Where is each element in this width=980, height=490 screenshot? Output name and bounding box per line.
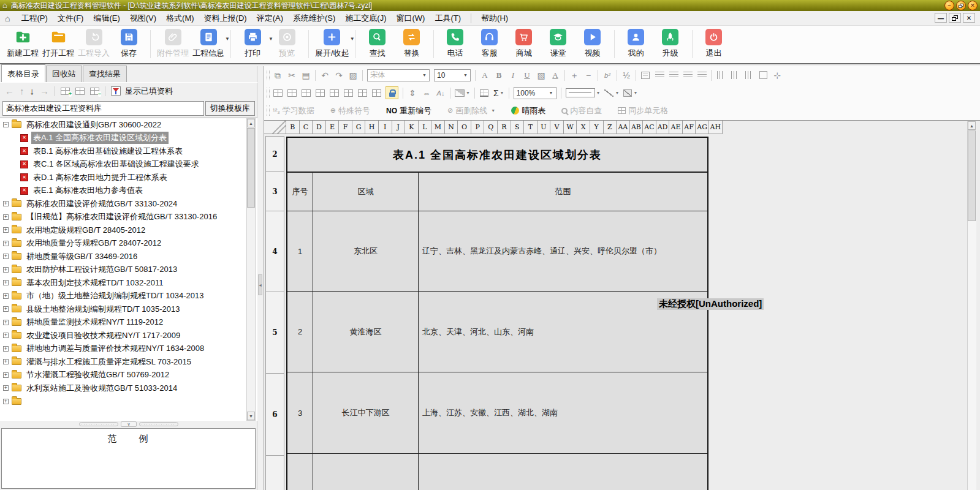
column-header-D[interactable]: D	[313, 121, 326, 134]
menu-item-8[interactable]: 系统维护(S)	[288, 11, 340, 26]
text-direction-icon[interactable]: A↓	[436, 89, 446, 97]
toolbar-phone-button[interactable]: 电话	[438, 29, 473, 59]
tree-folder-item[interactable]: +耕地质量监测技术规程NY/T 1119-2012	[0, 316, 257, 330]
collapse-box-icon[interactable]: −	[3, 122, 9, 127]
tree-folder-item[interactable]: +耕地质量等级GB/T 33469-2016	[0, 250, 257, 263]
lock-cell-icon[interactable]	[386, 86, 398, 99]
shrink-icon[interactable]: ⊹	[772, 71, 782, 80]
column-header-T[interactable]: T	[524, 121, 537, 134]
diagonal-line-icon[interactable]: ▼	[604, 89, 619, 97]
table-cell[interactable]	[313, 454, 419, 490]
tree-leaf-item[interactable]: ✕表B.1 高标准农田基础设施建设工程体系表	[0, 145, 257, 158]
column-header-AE[interactable]: AE	[669, 121, 683, 134]
col-width-icon[interactable]: ⇔	[422, 89, 431, 97]
font-dialog-icon[interactable]: A	[480, 71, 490, 80]
filter-icon[interactable]	[111, 86, 121, 96]
sheet-scroll-up-icon[interactable]: ▲	[968, 121, 976, 130]
toolbar-open-project-button[interactable]: 打开工程	[40, 29, 76, 59]
sheet-corner-cell[interactable]	[264, 121, 286, 134]
tab-recycle[interactable]: 回收站	[46, 66, 82, 82]
splitter-collapse-icon[interactable]: ∨	[121, 421, 137, 427]
delete-row-icon[interactable]	[343, 89, 353, 97]
align-doc-icon[interactable]	[640, 72, 650, 79]
column-header-C[interactable]: C	[300, 121, 313, 134]
table-cell[interactable]: 3	[287, 372, 313, 453]
column-header-S[interactable]: S	[511, 121, 525, 134]
nav-back-icon[interactable]: ←	[5, 86, 14, 96]
tree-folder-item[interactable]: −高标准农田建设通则GB/T 30600-2022	[0, 118, 257, 132]
splitter-grip[interactable]	[79, 422, 118, 426]
library-name-input[interactable]	[2, 101, 204, 116]
column-header-Z[interactable]: Z	[604, 121, 617, 134]
table-cell[interactable]: 范围	[419, 173, 707, 211]
row-header-2[interactable]: 2	[265, 136, 284, 172]
expand-box-icon[interactable]: +	[3, 306, 9, 312]
horizontal-splitter[interactable]: ∨	[0, 421, 257, 428]
insert-cells-icon[interactable]	[329, 89, 339, 97]
table-cell[interactable]: 1	[287, 211, 313, 291]
insert-col-left-icon[interactable]	[273, 89, 283, 97]
expand-box-icon[interactable]: +	[3, 280, 9, 285]
toolbar-replace-button[interactable]: 替换	[395, 29, 429, 59]
table-cell[interactable]	[287, 454, 313, 490]
column-header-AB[interactable]: AB	[630, 121, 644, 134]
zoom-select[interactable]: 100%▼	[514, 87, 556, 99]
mdi-restore-button[interactable]	[949, 13, 961, 23]
toolbar-upgrade-button[interactable]: 升级	[653, 29, 688, 59]
table-cell[interactable]: 区域	[313, 173, 419, 211]
font-color-icon[interactable]: A	[550, 71, 560, 80]
content-self-check-button[interactable]: 内容自查	[561, 105, 602, 116]
tree-folder-item[interactable]: +节水灌溉工程验收规范GB/T 50769-2012	[0, 369, 257, 382]
expand-box-icon[interactable]: +	[3, 201, 9, 206]
column-header-B[interactable]: B	[286, 121, 300, 134]
copy-table-icon[interactable]	[75, 88, 85, 95]
tree-folder-item[interactable]: +农用地质量分等规程GB/T 28407-2012	[0, 237, 257, 251]
tree-folder-item[interactable]: +耕地地力调差与质量评价技术规程NY/T 1634-2008	[0, 342, 257, 356]
align-left-icon[interactable]	[655, 72, 664, 78]
column-header-AD[interactable]: AD	[656, 121, 670, 134]
mdi-minimize-button[interactable]: —	[935, 13, 947, 23]
vertical-text-3-icon[interactable]	[744, 71, 754, 79]
copy-icon[interactable]: ⧉	[273, 71, 283, 80]
font-size-select[interactable]: 10▼	[434, 69, 471, 81]
dropdown-arrow-icon[interactable]: ▼	[225, 36, 230, 42]
splitter-grip[interactable]	[139, 422, 178, 426]
table-cell[interactable]: 东北区	[313, 211, 419, 291]
split-cells-icon[interactable]	[371, 89, 381, 97]
insert-col-right-icon[interactable]	[301, 89, 311, 97]
menu-item-3[interactable]: 编辑(E)	[88, 11, 124, 26]
fraction-icon[interactable]: ½	[621, 71, 631, 80]
redo-icon[interactable]: ↷	[334, 71, 344, 80]
table-cell[interactable]	[419, 454, 707, 490]
underline-icon[interactable]: U	[522, 71, 532, 80]
remove-table-icon[interactable]: −	[90, 88, 99, 95]
column-header-Y[interactable]: Y	[590, 121, 604, 134]
sheet-scroll-thumb[interactable]	[968, 130, 976, 221]
expand-box-icon[interactable]: +	[3, 267, 9, 273]
sum-icon[interactable]: Σ▼	[493, 89, 504, 97]
bold-icon[interactable]: B	[494, 71, 504, 80]
tree-scrollbar[interactable]: ▲ ▼	[246, 118, 256, 421]
column-header-X[interactable]: X	[577, 121, 590, 134]
tree-leaf-item[interactable]: ✕表C.1 各区域高标准农田基础设施工程建设要求	[0, 158, 257, 172]
tab-search-results[interactable]: 查找结果	[83, 66, 127, 82]
tree-folder-item[interactable]: +水利泵站施工及验收规范GB/T 51033-2014	[0, 382, 257, 395]
table-cell[interactable]: 辽宁、吉林、黑龙江及内蒙古赤峰、通辽、兴安、呼伦贝尔盟（市）	[419, 211, 707, 291]
column-header-G[interactable]: G	[352, 121, 366, 134]
italic-icon[interactable]: I	[508, 71, 518, 80]
tree-scroll-thumb[interactable]	[247, 128, 255, 208]
vertical-text-icon[interactable]	[716, 71, 726, 79]
column-header-AA[interactable]: AA	[617, 121, 630, 134]
switch-template-button[interactable]: 切换模板库	[205, 101, 255, 116]
toolbar-find-button[interactable]: 查找	[360, 29, 395, 59]
tree-folder-item[interactable]: +基本农田划定技术规程TD/T 1032-2011	[0, 276, 257, 290]
row-height-icon[interactable]: ⇕	[408, 89, 417, 97]
expand-box-icon[interactable]: +	[3, 333, 9, 338]
row-header-3[interactable]: 3	[265, 172, 284, 211]
selection-frame-icon[interactable]	[758, 71, 768, 79]
row-header-4[interactable]: 4	[265, 211, 284, 292]
toolbar-print-button[interactable]: ▼打印	[235, 29, 270, 59]
tree-folder-item[interactable]: +灌溉与排水工程施工质量评定规程SL 703-2015	[0, 355, 257, 369]
cut-icon[interactable]: ✂	[287, 71, 297, 80]
column-header-Q[interactable]: Q	[484, 121, 498, 134]
